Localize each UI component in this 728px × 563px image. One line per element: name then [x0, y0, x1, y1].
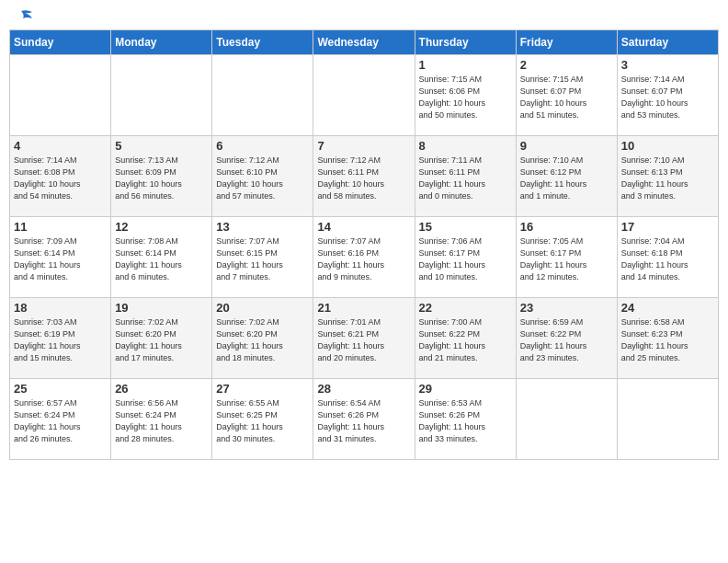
day-number: 29 — [419, 382, 512, 396]
day-info: Sunrise: 7:07 AM Sunset: 6:15 PM Dayligh… — [216, 236, 309, 283]
day-number: 7 — [317, 139, 410, 153]
day-header-wednesday: Wednesday — [313, 30, 415, 55]
calendar-week-3: 11Sunrise: 7:09 AM Sunset: 6:14 PM Dayli… — [10, 217, 719, 298]
calendar-cell — [212, 55, 313, 136]
day-number: 3 — [621, 58, 714, 72]
calendar-cell: 12Sunrise: 7:08 AM Sunset: 6:14 PM Dayli… — [111, 217, 212, 298]
calendar-cell: 17Sunrise: 7:04 AM Sunset: 6:18 PM Dayli… — [617, 217, 718, 298]
day-info: Sunrise: 7:04 AM Sunset: 6:18 PM Dayligh… — [621, 236, 714, 283]
day-info: Sunrise: 6:55 AM Sunset: 6:25 PM Dayligh… — [216, 397, 309, 445]
calendar-cell: 27Sunrise: 6:55 AM Sunset: 6:25 PM Dayli… — [212, 379, 313, 460]
day-info: Sunrise: 7:15 AM Sunset: 6:06 PM Dayligh… — [419, 74, 512, 121]
day-info: Sunrise: 6:58 AM Sunset: 6:23 PM Dayligh… — [621, 316, 714, 364]
day-info: Sunrise: 7:09 AM Sunset: 6:14 PM Dayligh… — [14, 236, 107, 283]
page-header — [9, 9, 719, 22]
day-number: 13 — [216, 220, 309, 234]
calendar-cell: 9Sunrise: 7:10 AM Sunset: 6:12 PM Daylig… — [516, 136, 617, 217]
day-number: 21 — [317, 301, 410, 315]
calendar-cell: 2Sunrise: 7:15 AM Sunset: 6:07 PM Daylig… — [516, 55, 617, 136]
calendar-cell: 6Sunrise: 7:12 AM Sunset: 6:10 PM Daylig… — [212, 136, 313, 217]
day-number: 24 — [621, 301, 714, 315]
day-info: Sunrise: 7:10 AM Sunset: 6:13 PM Dayligh… — [621, 155, 714, 202]
day-info: Sunrise: 7:14 AM Sunset: 6:08 PM Dayligh… — [14, 155, 107, 202]
day-number: 9 — [520, 139, 613, 153]
calendar-week-2: 4Sunrise: 7:14 AM Sunset: 6:08 PM Daylig… — [10, 136, 719, 217]
logo — [13, 9, 35, 22]
calendar-header-row: SundayMondayTuesdayWednesdayThursdayFrid… — [10, 30, 719, 55]
day-header-friday: Friday — [516, 30, 617, 55]
calendar-cell: 28Sunrise: 6:54 AM Sunset: 6:26 PM Dayli… — [313, 379, 415, 460]
logo-bird-icon — [14, 9, 34, 26]
day-number: 15 — [419, 220, 512, 234]
day-header-thursday: Thursday — [415, 30, 516, 55]
day-info: Sunrise: 7:07 AM Sunset: 6:16 PM Dayligh… — [317, 236, 410, 283]
day-number: 11 — [14, 220, 107, 234]
calendar-cell — [10, 55, 111, 136]
calendar-cell: 24Sunrise: 6:58 AM Sunset: 6:23 PM Dayli… — [617, 298, 718, 379]
calendar-cell: 14Sunrise: 7:07 AM Sunset: 6:16 PM Dayli… — [313, 217, 415, 298]
day-number: 25 — [14, 382, 107, 396]
day-info: Sunrise: 6:57 AM Sunset: 6:24 PM Dayligh… — [14, 397, 107, 445]
day-info: Sunrise: 7:02 AM Sunset: 6:20 PM Dayligh… — [216, 316, 309, 364]
calendar-cell: 26Sunrise: 6:56 AM Sunset: 6:24 PM Dayli… — [111, 379, 212, 460]
calendar-cell: 21Sunrise: 7:01 AM Sunset: 6:21 PM Dayli… — [313, 298, 415, 379]
day-info: Sunrise: 7:14 AM Sunset: 6:07 PM Dayligh… — [621, 74, 714, 121]
calendar-cell: 1Sunrise: 7:15 AM Sunset: 6:06 PM Daylig… — [415, 55, 516, 136]
calendar-cell: 20Sunrise: 7:02 AM Sunset: 6:20 PM Dayli… — [212, 298, 313, 379]
calendar-cell: 23Sunrise: 6:59 AM Sunset: 6:22 PM Dayli… — [516, 298, 617, 379]
day-number: 23 — [520, 301, 613, 315]
day-number: 26 — [115, 382, 208, 396]
day-number: 10 — [621, 139, 714, 153]
day-info: Sunrise: 6:56 AM Sunset: 6:24 PM Dayligh… — [115, 397, 208, 445]
day-number: 1 — [419, 58, 512, 72]
day-number: 28 — [317, 382, 410, 396]
calendar-cell — [617, 379, 718, 460]
day-number: 4 — [14, 139, 107, 153]
day-info: Sunrise: 6:53 AM Sunset: 6:26 PM Dayligh… — [419, 397, 512, 445]
day-header-sunday: Sunday — [10, 30, 111, 55]
day-info: Sunrise: 7:06 AM Sunset: 6:17 PM Dayligh… — [419, 236, 512, 283]
calendar-cell: 5Sunrise: 7:13 AM Sunset: 6:09 PM Daylig… — [111, 136, 212, 217]
day-info: Sunrise: 7:05 AM Sunset: 6:17 PM Dayligh… — [520, 236, 613, 283]
calendar-week-5: 25Sunrise: 6:57 AM Sunset: 6:24 PM Dayli… — [10, 379, 719, 460]
calendar-cell: 18Sunrise: 7:03 AM Sunset: 6:19 PM Dayli… — [10, 298, 111, 379]
day-number: 12 — [115, 220, 208, 234]
day-number: 2 — [520, 58, 613, 72]
day-info: Sunrise: 7:08 AM Sunset: 6:14 PM Dayligh… — [115, 236, 208, 283]
day-info: Sunrise: 7:02 AM Sunset: 6:20 PM Dayligh… — [115, 316, 208, 364]
calendar-cell: 10Sunrise: 7:10 AM Sunset: 6:13 PM Dayli… — [617, 136, 718, 217]
day-info: Sunrise: 7:15 AM Sunset: 6:07 PM Dayligh… — [520, 74, 613, 121]
calendar-cell: 22Sunrise: 7:00 AM Sunset: 6:22 PM Dayli… — [415, 298, 516, 379]
day-number: 19 — [115, 301, 208, 315]
day-number: 5 — [115, 139, 208, 153]
day-number: 20 — [216, 301, 309, 315]
calendar-cell: 29Sunrise: 6:53 AM Sunset: 6:26 PM Dayli… — [415, 379, 516, 460]
calendar-cell: 25Sunrise: 6:57 AM Sunset: 6:24 PM Dayli… — [10, 379, 111, 460]
day-info: Sunrise: 7:13 AM Sunset: 6:09 PM Dayligh… — [115, 155, 208, 202]
day-number: 8 — [419, 139, 512, 153]
calendar-cell — [313, 55, 415, 136]
day-info: Sunrise: 7:12 AM Sunset: 6:11 PM Dayligh… — [317, 155, 410, 202]
day-info: Sunrise: 7:03 AM Sunset: 6:19 PM Dayligh… — [14, 316, 107, 364]
day-info: Sunrise: 6:54 AM Sunset: 6:26 PM Dayligh… — [317, 397, 410, 445]
day-info: Sunrise: 7:00 AM Sunset: 6:22 PM Dayligh… — [419, 316, 512, 364]
calendar-cell: 4Sunrise: 7:14 AM Sunset: 6:08 PM Daylig… — [10, 136, 111, 217]
day-number: 27 — [216, 382, 309, 396]
calendar-cell: 15Sunrise: 7:06 AM Sunset: 6:17 PM Dayli… — [415, 217, 516, 298]
day-number: 17 — [621, 220, 714, 234]
day-number: 14 — [317, 220, 410, 234]
day-info: Sunrise: 6:59 AM Sunset: 6:22 PM Dayligh… — [520, 316, 613, 364]
calendar-cell — [111, 55, 212, 136]
day-info: Sunrise: 7:10 AM Sunset: 6:12 PM Dayligh… — [520, 155, 613, 202]
day-info: Sunrise: 7:01 AM Sunset: 6:21 PM Dayligh… — [317, 316, 410, 364]
calendar-cell: 19Sunrise: 7:02 AM Sunset: 6:20 PM Dayli… — [111, 298, 212, 379]
calendar-week-1: 1Sunrise: 7:15 AM Sunset: 6:06 PM Daylig… — [10, 55, 719, 136]
calendar-cell: 16Sunrise: 7:05 AM Sunset: 6:17 PM Dayli… — [516, 217, 617, 298]
day-number: 22 — [419, 301, 512, 315]
calendar-cell: 3Sunrise: 7:14 AM Sunset: 6:07 PM Daylig… — [617, 55, 718, 136]
day-number: 16 — [520, 220, 613, 234]
day-number: 18 — [14, 301, 107, 315]
day-header-monday: Monday — [111, 30, 212, 55]
calendar-cell: 8Sunrise: 7:11 AM Sunset: 6:11 PM Daylig… — [415, 136, 516, 217]
day-info: Sunrise: 7:11 AM Sunset: 6:11 PM Dayligh… — [419, 155, 512, 202]
